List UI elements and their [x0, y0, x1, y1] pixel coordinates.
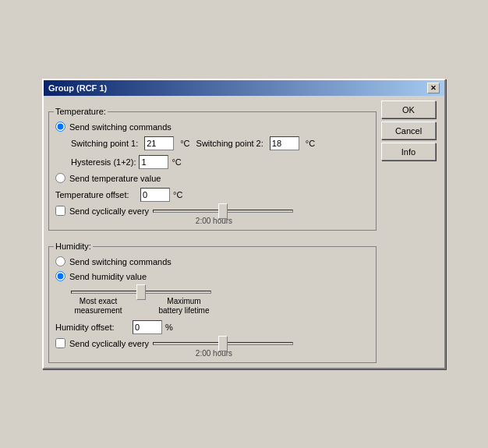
temp-cyclical-label: Send cyclically every [69, 206, 149, 216]
humidity-border: Humidity: Send switching commands Send h… [48, 246, 377, 363]
humidity-offset-unit: % [165, 323, 173, 332]
dialog-body: Temperature: Send switching commands Swi… [44, 96, 444, 368]
humidity-offset-section: Humidity offset: % [55, 320, 370, 334]
humidity-slider-section: Most exactmeasurement Maximumbattery lif… [71, 286, 370, 316]
humidity-radio1-input[interactable] [55, 256, 65, 266]
main-dialog: Group (RCF 1) ✕ Temperature: Send switch… [42, 79, 446, 369]
temp-offset-row: Temperature offset: °C [55, 188, 370, 202]
temp-offset-input[interactable] [140, 188, 170, 202]
temperature-group-label: Temperature: [54, 107, 108, 116]
switching-points-row: Switching point 1: °C Switching point 2:… [71, 136, 370, 150]
humidity-cyclical-slider[interactable] [153, 342, 293, 345]
temp-offset-section: Temperature offset: °C [55, 188, 370, 202]
humidity-cyclical-label: Send cyclically every [69, 339, 149, 348]
temp-radio1-row: Send switching commands [55, 122, 370, 132]
hysteresis-label: Hysteresis (1+2): [71, 157, 136, 167]
sp2-label: Switching point 2: [196, 139, 263, 148]
humidity-radio1-row: Send switching commands [55, 256, 370, 266]
dialog-title: Group (RCF 1) [48, 83, 107, 93]
humidity-slider-area [153, 342, 293, 345]
temp-radio2-row: Send temperature value [55, 173, 370, 183]
title-bar: Group (RCF 1) ✕ [44, 80, 444, 96]
temp-cyclical-slider[interactable] [153, 210, 293, 213]
temp-radio2-label: Send temperature value [69, 174, 161, 183]
humidity-group: Humidity: Send switching commands Send h… [48, 242, 377, 363]
sp2-input[interactable] [270, 136, 299, 150]
humidity-cyclical-row: Send cyclically every [55, 338, 370, 348]
left-panel: Temperature: Send switching commands Swi… [48, 101, 377, 363]
cancel-button[interactable]: Cancel [381, 122, 436, 139]
temp-offset-label: Temperature offset: [55, 190, 137, 199]
temperature-border: Temperature: Send switching commands Swi… [48, 111, 377, 231]
humidity-radio2-row: Send humidity value [55, 271, 370, 281]
sp1-unit: °C [180, 139, 189, 148]
temp-slider-area [153, 210, 293, 213]
temp-cyclical-row: Send cyclically every [55, 206, 370, 216]
sp1-label: Switching point 1: [71, 139, 138, 148]
humidity-radio2-input[interactable] [55, 271, 65, 281]
humidity-radio1-label: Send switching commands [69, 257, 172, 266]
hysteresis-input[interactable] [139, 155, 168, 169]
hysteresis-row: Hysteresis (1+2): °C [71, 155, 370, 169]
temp-slider-time-label: 2:00 hours [55, 217, 370, 225]
info-button[interactable]: Info [381, 143, 436, 161]
temp-cyclical-checkbox[interactable] [55, 206, 65, 216]
humidity-slider-time-label: 2:00 hours [55, 349, 370, 358]
humidity-radio2-label: Send humidity value [69, 272, 147, 281]
sp2-unit: °C [306, 139, 315, 148]
close-button[interactable]: ✕ [427, 83, 440, 93]
temp-offset-unit: °C [173, 190, 182, 199]
humidity-group-label: Humidity: [54, 242, 93, 251]
temp-radio2-input[interactable] [55, 173, 65, 183]
humidity-cyclical-checkbox[interactable] [55, 338, 65, 348]
humidity-offset-label: Humidity offset: [55, 323, 129, 332]
sp1-input[interactable] [144, 136, 174, 150]
humidity-mode-slider[interactable] [71, 291, 211, 294]
temp-radio1-input[interactable] [55, 122, 65, 132]
ok-button[interactable]: OK [381, 101, 436, 118]
hysteresis-unit: °C [172, 157, 181, 167]
humidity-offset-input[interactable] [133, 320, 162, 334]
humidity-offset-row: Humidity offset: % [55, 320, 370, 334]
right-panel: OK Cancel Info [381, 101, 440, 363]
humidity-slider-label-left: Most exactmeasurement [71, 297, 126, 316]
temperature-group: Temperature: Send switching commands Swi… [48, 107, 377, 231]
humidity-slider-label-right: Maximumbattery lifetime [157, 297, 211, 316]
temp-radio1-label: Send switching commands [69, 122, 172, 132]
